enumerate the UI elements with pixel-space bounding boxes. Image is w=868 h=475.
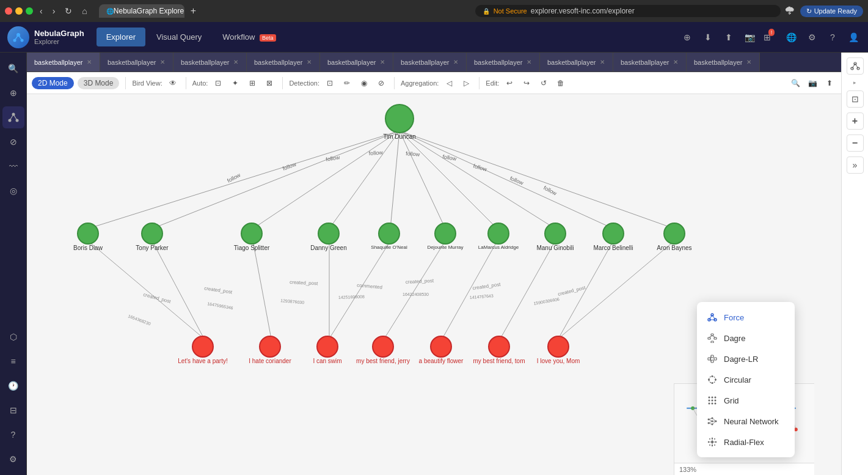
graph-tab-0[interactable]: basketballplayer ✕ bbox=[27, 53, 100, 72]
node-post-tom[interactable]: my best friend, tom bbox=[488, 336, 510, 358]
graph-tab-9[interactable]: basketballplayer ✕ bbox=[687, 53, 760, 72]
tab-close-3[interactable]: ✕ bbox=[307, 59, 312, 65]
2d-mode-button[interactable]: 2D Mode bbox=[32, 77, 74, 89]
layout-option-dagre[interactable]: Dagre bbox=[697, 328, 795, 348]
settings-icon[interactable]: ⚙ bbox=[804, 30, 819, 45]
export-icon[interactable]: ⬆ bbox=[721, 30, 736, 45]
zoom-out-button[interactable]: − bbox=[847, 134, 864, 152]
share-icon[interactable]: ⬆ bbox=[823, 76, 836, 90]
tab-close-2[interactable]: ✕ bbox=[233, 59, 238, 65]
minimize-button[interactable] bbox=[15, 7, 23, 15]
collapse-panel-button[interactable]: » bbox=[847, 156, 864, 174]
address-bar[interactable]: 🔒 Not Secure explorer.vesoft-inc.com/exp… bbox=[475, 5, 781, 17]
layout-panel-button[interactable] bbox=[847, 57, 864, 75]
undo-icon[interactable]: ↩ bbox=[503, 76, 516, 90]
schema-icon[interactable]: ⊕ bbox=[680, 30, 695, 45]
node-boris-diaw[interactable]: Boris Diaw bbox=[77, 223, 99, 245]
graph-tab-8[interactable]: basketballplayer ✕ bbox=[613, 53, 687, 72]
auto-expand-icon[interactable]: ⊠ bbox=[263, 76, 276, 90]
camera-icon[interactable]: 📷 bbox=[806, 76, 819, 90]
node-post-jerry[interactable]: my best friend, jerry bbox=[372, 336, 394, 358]
auto-fit-icon[interactable]: ⊡ bbox=[211, 76, 225, 90]
back-button[interactable]: ‹ bbox=[37, 5, 46, 17]
redo-icon[interactable]: ↪ bbox=[520, 76, 533, 90]
layout-option-dagre-lr[interactable]: Dagre-LR bbox=[697, 348, 795, 369]
node-dejounte[interactable]: Dejounte Murray bbox=[434, 223, 456, 245]
layout-option-force[interactable]: Force bbox=[697, 307, 795, 328]
update-ready-button[interactable]: ↻ Update Ready bbox=[800, 6, 863, 17]
node-danny-green[interactable]: Danny Green bbox=[318, 223, 340, 245]
aggregation-expand-icon[interactable]: ▷ bbox=[459, 76, 473, 90]
sidebar-item-help[interactable]: ? bbox=[2, 424, 24, 446]
user-icon[interactable]: 👤 bbox=[846, 30, 861, 45]
aggregation-collapse-icon[interactable]: ◁ bbox=[442, 76, 456, 90]
sidebar-item-console[interactable]: ≡ bbox=[2, 350, 24, 372]
node-tim-duncan[interactable]: Tim Duncan bbox=[385, 104, 414, 133]
graph-tab-1[interactable]: basketballplayer ✕ bbox=[100, 53, 173, 72]
tab-workflow[interactable]: Workflow Beta bbox=[213, 28, 285, 46]
graph-tab-5[interactable]: basketballplayer ✕ bbox=[393, 53, 467, 72]
active-browser-tab[interactable]: 🌐 NebulaGraph Explorer ✕ bbox=[99, 4, 184, 18]
detection-lasso-icon[interactable]: ◉ bbox=[357, 76, 371, 90]
node-tiago-splitter[interactable]: Tiago Splitter bbox=[241, 223, 263, 245]
sidebar-item-filter[interactable]: ⊘ bbox=[2, 131, 24, 153]
tab-close-6[interactable]: ✕ bbox=[527, 59, 531, 65]
close-button[interactable] bbox=[5, 7, 12, 15]
tab-close-1[interactable]: ✕ bbox=[160, 59, 165, 65]
tab-visual-query[interactable]: Visual Query bbox=[147, 28, 211, 46]
tab-explorer[interactable]: Explorer bbox=[97, 28, 145, 46]
extension-icon[interactable]: 🌩 bbox=[784, 5, 795, 18]
layout-option-grid[interactable]: Grid bbox=[697, 390, 795, 411]
node-shaquille[interactable]: Shaquille O'Neal bbox=[378, 223, 400, 245]
graph-tab-7[interactable]: basketballplayer ✕ bbox=[540, 53, 613, 72]
graph-tab-3[interactable]: basketballplayer ✕ bbox=[247, 53, 320, 72]
node-post-party[interactable]: Let's have a party! bbox=[192, 336, 214, 358]
layout-option-radial-flex[interactable]: Radial-Flex bbox=[697, 432, 795, 452]
layout-icon[interactable]: ⊞! bbox=[763, 30, 778, 45]
snapshot-icon[interactable]: 📷 bbox=[742, 30, 757, 45]
sidebar-item-expand[interactable]: ⊕ bbox=[2, 82, 24, 104]
new-tab-button[interactable]: + bbox=[187, 4, 200, 18]
graph-tab-6[interactable]: basketballplayer ✕ bbox=[467, 53, 540, 72]
layout-option-circular[interactable]: Circular bbox=[697, 369, 795, 390]
graph-tab-4[interactable]: basketballplayer ✕ bbox=[320, 53, 393, 72]
detection-edit-icon[interactable]: ✏ bbox=[340, 76, 354, 90]
maximize-button[interactable] bbox=[26, 7, 33, 15]
language-icon[interactable]: 🌐 bbox=[784, 30, 798, 45]
fullscreen-button[interactable]: ⊡ bbox=[847, 90, 864, 108]
sidebar-item-history[interactable]: 🕐 bbox=[2, 375, 24, 397]
tab-close-5[interactable]: ✕ bbox=[453, 59, 458, 65]
tab-close-8[interactable]: ✕ bbox=[673, 59, 678, 65]
node-aron[interactable]: Aron Baynes bbox=[663, 223, 685, 245]
sidebar-item-table[interactable]: ⊟ bbox=[2, 399, 24, 421]
tab-close-4[interactable]: ✕ bbox=[380, 59, 385, 65]
auto-layout-icon[interactable]: ✦ bbox=[228, 76, 242, 90]
reset-icon[interactable]: ↺ bbox=[537, 76, 550, 90]
sidebar-item-schema[interactable]: ⬡ bbox=[2, 326, 24, 348]
detection-brush-icon[interactable]: ⊘ bbox=[374, 76, 388, 90]
home-button[interactable]: ⌂ bbox=[79, 5, 90, 17]
node-marco[interactable]: Marco Belinelli bbox=[602, 223, 624, 245]
layout-expand-icon[interactable]: ▸ bbox=[853, 79, 856, 86]
zoom-in-button[interactable]: + bbox=[847, 112, 864, 130]
sidebar-item-algo[interactable]: ◎ bbox=[2, 180, 24, 202]
import-icon[interactable]: ⬇ bbox=[701, 30, 715, 45]
auto-arrange-icon[interactable]: ⊞ bbox=[246, 76, 259, 90]
tab-close-7[interactable]: ✕ bbox=[600, 59, 605, 65]
node-lamarcus[interactable]: LaMarcus Aldridge bbox=[487, 223, 509, 245]
tab-close-0[interactable]: ✕ bbox=[87, 59, 92, 65]
graph-canvas[interactable]: follow follow follow follow follow follo… bbox=[27, 94, 841, 475]
sidebar-item-graph[interactable] bbox=[2, 106, 24, 128]
sidebar-item-settings[interactable]: ⚙ bbox=[2, 448, 24, 470]
tab-close-9[interactable]: ✕ bbox=[746, 59, 751, 65]
node-post-swim[interactable]: I can swim bbox=[316, 336, 338, 358]
node-manu[interactable]: Manu Ginobili bbox=[544, 223, 566, 245]
layout-option-neural-network[interactable]: Neural Network bbox=[697, 411, 795, 432]
node-post-flower[interactable]: a beautify flower bbox=[430, 336, 452, 358]
sidebar-item-path[interactable]: 〰 bbox=[2, 155, 24, 177]
forward-button[interactable]: › bbox=[49, 5, 59, 17]
reload-button[interactable]: ↻ bbox=[62, 5, 75, 17]
node-tony-parker[interactable]: Tony Parker bbox=[141, 223, 163, 245]
search-icon[interactable]: 🔍 bbox=[789, 76, 802, 90]
delete-icon[interactable]: 🗑 bbox=[554, 76, 567, 90]
